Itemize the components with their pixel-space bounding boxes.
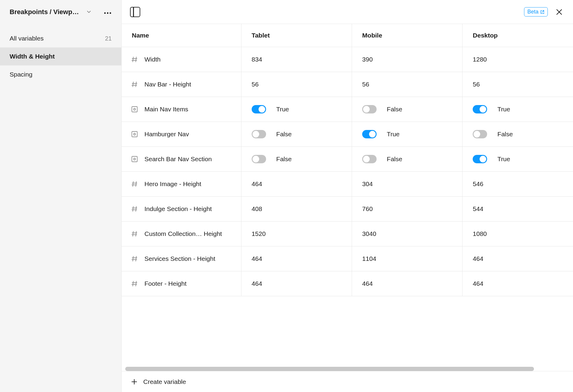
table-row[interactable]: Services Section - Height4641104464 xyxy=(122,246,573,271)
boolean-value-cell[interactable]: False xyxy=(462,122,573,146)
boolean-value-cell[interactable]: False xyxy=(241,147,352,171)
boolean-label: False xyxy=(276,155,292,163)
number-value-cell[interactable]: 390 xyxy=(352,47,462,72)
number-value-cell[interactable]: 56 xyxy=(241,72,352,97)
sidebar-item-label: Spacing xyxy=(10,71,32,78)
number-type-icon xyxy=(131,230,138,238)
boolean-value-cell[interactable]: False xyxy=(241,122,352,146)
number-value-cell[interactable]: 1080 xyxy=(462,222,573,246)
boolean-value-cell[interactable]: True xyxy=(352,122,462,146)
boolean-label: True xyxy=(497,155,510,163)
boolean-label: True xyxy=(387,131,399,138)
table-row[interactable]: Width8343901280 xyxy=(122,47,573,72)
number-value-cell[interactable]: 1280 xyxy=(462,47,573,72)
table-row[interactable]: Nav Bar - Height565656 xyxy=(122,72,573,97)
number-value-cell[interactable]: 1520 xyxy=(241,222,352,246)
variable-name-cell[interactable]: Hero Image - Height xyxy=(122,172,241,196)
number-value-cell[interactable]: 760 xyxy=(352,197,462,221)
number-value-cell[interactable]: 546 xyxy=(462,172,573,196)
number-value-cell[interactable]: 304 xyxy=(352,172,462,196)
create-variable-button[interactable]: Create variable xyxy=(131,378,186,385)
number-value-cell[interactable]: 464 xyxy=(241,271,352,296)
svg-point-3 xyxy=(134,133,135,135)
collection-title[interactable]: Breakpoints / Viewp… xyxy=(10,8,83,16)
boolean-toggle[interactable] xyxy=(473,130,487,138)
boolean-toggle[interactable] xyxy=(252,130,266,138)
number-value-cell[interactable]: 834 xyxy=(241,47,352,72)
column-header-name[interactable]: Name xyxy=(122,24,241,47)
main-panel: Beta Name Tablet Mobile Desktop xyxy=(122,0,573,392)
table-row[interactable]: Hero Image - Height464304546 xyxy=(122,172,573,197)
table-row[interactable]: Search Bar Nav SectionFalseFalseTrue xyxy=(122,147,573,172)
number-value-cell[interactable]: 464 xyxy=(462,271,573,296)
topbar: Beta xyxy=(122,0,573,24)
column-header-mobile[interactable]: Mobile xyxy=(352,24,462,47)
variable-name-cell[interactable]: Search Bar Nav Section xyxy=(122,147,241,171)
plus-icon xyxy=(131,378,138,385)
number-value-cell[interactable]: 464 xyxy=(352,271,462,296)
boolean-toggle[interactable] xyxy=(362,155,377,163)
variable-name-cell[interactable]: Hamburger Nav xyxy=(122,122,241,146)
boolean-toggle[interactable] xyxy=(252,155,266,163)
boolean-value-cell[interactable]: True xyxy=(462,147,573,171)
boolean-value-cell[interactable]: True xyxy=(462,97,573,122)
number-value-cell[interactable]: 1104 xyxy=(352,246,462,271)
variable-name-cell[interactable]: Footer - Height xyxy=(122,271,241,296)
close-icon xyxy=(556,9,562,15)
sidebar-item-label: Width & Height xyxy=(10,53,55,60)
boolean-toggle[interactable] xyxy=(362,130,377,138)
boolean-toggle[interactable] xyxy=(473,155,487,163)
boolean-toggle[interactable] xyxy=(473,105,487,113)
table-row[interactable]: Indulge Section - Height408760544 xyxy=(122,197,573,222)
variable-name: Indulge Section - Height xyxy=(144,205,212,213)
beta-badge[interactable]: Beta xyxy=(524,7,548,17)
boolean-toggle[interactable] xyxy=(362,105,377,113)
table-row[interactable]: Custom Collection… Height152030401080 xyxy=(122,222,573,246)
number-value-cell[interactable]: 544 xyxy=(462,197,573,221)
beta-label: Beta xyxy=(527,9,538,15)
variable-name-cell[interactable]: Width xyxy=(122,47,241,72)
variable-name-cell[interactable]: Services Section - Height xyxy=(122,246,241,271)
sidebar-item-label: All variables xyxy=(10,35,44,42)
chevron-down-icon[interactable] xyxy=(86,9,92,15)
number-type-icon xyxy=(131,80,138,88)
sidebar-item-all-variables[interactable]: All variables 21 xyxy=(0,29,121,47)
boolean-label: True xyxy=(497,106,510,113)
variable-name-cell[interactable]: Custom Collection… Height xyxy=(122,222,241,246)
number-value-cell[interactable]: 408 xyxy=(241,197,352,221)
variable-count: 21 xyxy=(105,35,112,42)
column-header-tablet[interactable]: Tablet xyxy=(241,24,352,47)
scrollbar-thumb[interactable] xyxy=(125,367,534,371)
table-row[interactable]: Footer - Height464464464 xyxy=(122,271,573,296)
variable-name: Nav Bar - Height xyxy=(144,81,191,88)
number-value-cell[interactable]: 56 xyxy=(352,72,462,97)
number-value-cell[interactable]: 464 xyxy=(241,246,352,271)
variable-name-cell[interactable]: Indulge Section - Height xyxy=(122,197,241,221)
sidebar-item-width-height[interactable]: Width & Height xyxy=(0,47,121,65)
column-header-desktop[interactable]: Desktop xyxy=(462,24,573,47)
boolean-label: False xyxy=(387,155,402,163)
variable-name: Width xyxy=(144,56,161,63)
number-value-cell[interactable]: 464 xyxy=(462,246,573,271)
number-value-cell[interactable]: 464 xyxy=(241,172,352,196)
close-button[interactable] xyxy=(554,7,565,17)
boolean-value-cell[interactable]: False xyxy=(352,97,462,122)
variable-name: Custom Collection… Height xyxy=(144,230,222,237)
boolean-value-cell[interactable]: True xyxy=(241,97,352,122)
variable-name-cell[interactable]: Nav Bar - Height xyxy=(122,72,241,97)
table-row[interactable]: Main Nav ItemsTrueFalseTrue xyxy=(122,97,573,122)
boolean-toggle[interactable] xyxy=(252,105,266,113)
number-value-cell[interactable]: 3040 xyxy=(352,222,462,246)
number-value-cell[interactable]: 56 xyxy=(462,72,573,97)
more-button[interactable] xyxy=(102,7,113,17)
number-type-icon xyxy=(131,180,138,188)
table-row[interactable]: Hamburger NavFalseTrueFalse xyxy=(122,122,573,147)
panel-toggle-icon[interactable] xyxy=(130,7,140,17)
variable-name-cell[interactable]: Main Nav Items xyxy=(122,97,241,122)
external-link-icon xyxy=(540,10,544,14)
horizontal-scrollbar[interactable] xyxy=(125,367,569,371)
sidebar-item-spacing[interactable]: Spacing xyxy=(0,65,121,83)
variable-name: Hamburger Nav xyxy=(144,131,189,138)
boolean-value-cell[interactable]: False xyxy=(352,147,462,171)
variable-name: Search Bar Nav Section xyxy=(144,155,212,163)
